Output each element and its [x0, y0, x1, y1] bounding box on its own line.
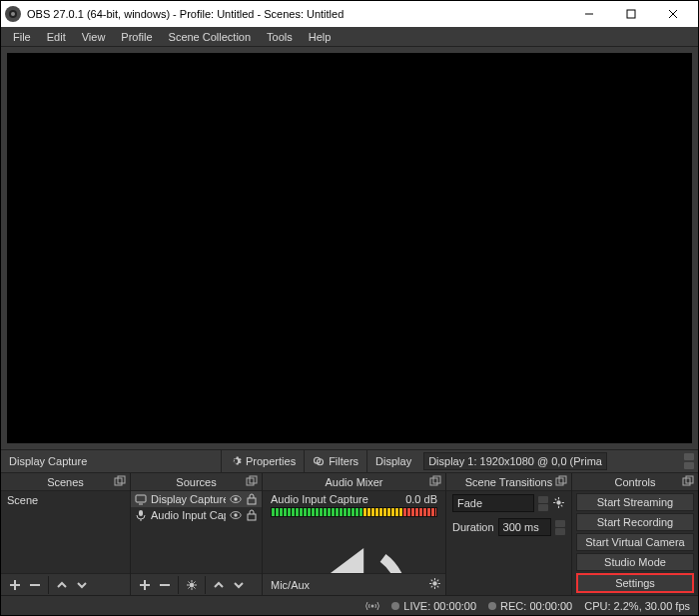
menu-edit[interactable]: Edit	[39, 29, 74, 45]
scenes-header: Scenes	[1, 473, 130, 491]
undock-icon[interactable]	[682, 475, 694, 487]
rec-status: REC: 00:00:00	[500, 600, 572, 612]
add-scene-button[interactable]	[5, 576, 25, 594]
undock-icon[interactable]	[429, 475, 441, 487]
scenes-footer	[1, 573, 130, 595]
svg-rect-3	[627, 10, 635, 18]
menu-tools[interactable]: Tools	[259, 29, 301, 45]
live-status: LIVE: 00:00:00	[403, 600, 476, 612]
mixer-track: Audio Input Capture0.0 dB	[263, 491, 445, 573]
audio-mixer-panel: Audio Mixer Audio Input Capture0.0 dB De…	[263, 473, 446, 595]
mixer-footer: Mic/Aux	[263, 573, 445, 595]
svg-rect-16	[139, 510, 143, 516]
undock-icon[interactable]	[114, 475, 126, 487]
controls-header: Controls	[572, 473, 698, 491]
speaker-icon[interactable]	[277, 519, 431, 573]
transition-select[interactable]: Fade	[452, 494, 534, 512]
menu-profile[interactable]: Profile	[113, 29, 160, 45]
svg-rect-15	[248, 498, 256, 504]
broadcast-icon	[365, 600, 379, 612]
source-toolbar: Display Capture Properties Filters Displ…	[1, 449, 698, 473]
source-up-button[interactable]	[209, 576, 229, 594]
source-item[interactable]: Display Capture	[131, 491, 262, 507]
svg-point-18	[234, 513, 237, 516]
visibility-icon[interactable]	[230, 493, 242, 505]
source-down-button[interactable]	[229, 576, 249, 594]
svg-rect-12	[136, 495, 146, 502]
mixer-header: Audio Mixer	[263, 473, 445, 491]
display-label: Display	[366, 449, 419, 473]
duration-label: Duration	[452, 521, 494, 533]
filters-icon	[313, 455, 325, 467]
transition-spinner[interactable]	[538, 496, 548, 511]
transitions-header: Scene Transitions	[446, 473, 571, 491]
scene-up-button[interactable]	[52, 576, 72, 594]
mic-icon	[135, 509, 147, 521]
svg-point-1	[11, 12, 15, 16]
dock-panels: Scenes Scene Sources Display Capture Aud…	[1, 473, 698, 595]
display-dropdown[interactable]: Display 1: 1920x1080 @ 0,0 (Prima	[423, 452, 607, 470]
status-bar: LIVE: 00:00:00 REC: 00:00:00 CPU: 2.2%, …	[1, 595, 698, 615]
cpu-status: CPU: 2.2%, 30.00 fps	[584, 600, 690, 612]
menubar: File Edit View Profile Scene Collection …	[1, 27, 698, 47]
track-level: 0.0 dB	[405, 493, 437, 505]
maximize-button[interactable]	[610, 1, 652, 27]
vu-meter	[271, 507, 437, 517]
mixer-footer-label: Mic/Aux	[267, 579, 310, 591]
add-source-button[interactable]	[135, 576, 155, 594]
preview-canvas[interactable]	[7, 53, 692, 443]
svg-point-14	[234, 497, 237, 500]
settings-button[interactable]: Settings	[576, 573, 694, 593]
display-spinner[interactable]	[684, 452, 694, 470]
titlebar: OBS 27.0.1 (64-bit, windows) - Profile: …	[1, 1, 698, 27]
menu-view[interactable]: View	[74, 29, 114, 45]
duration-spinner[interactable]	[555, 520, 565, 535]
mixer-settings-button[interactable]	[428, 577, 441, 592]
close-button[interactable]	[652, 1, 694, 27]
monitor-icon	[135, 493, 147, 505]
track-name: Audio Input Capture	[271, 493, 368, 505]
duration-input[interactable]: 300 ms	[498, 518, 551, 536]
start-streaming-button[interactable]: Start Streaming	[576, 493, 694, 511]
studio-mode-button[interactable]: Studio Mode	[576, 553, 694, 571]
scene-item[interactable]: Scene	[1, 491, 130, 509]
menu-scene-collection[interactable]: Scene Collection	[161, 29, 260, 45]
rec-indicator-icon	[488, 602, 496, 610]
live-indicator-icon	[391, 602, 399, 610]
source-item[interactable]: Audio Input Captu...	[131, 507, 262, 523]
transition-properties-button[interactable]	[552, 496, 565, 511]
visibility-icon[interactable]	[230, 509, 242, 521]
scenes-panel: Scenes Scene	[1, 473, 131, 595]
remove-scene-button[interactable]	[25, 576, 45, 594]
gear-icon	[230, 455, 242, 467]
controls-panel: Controls Start StreamingStart RecordingS…	[572, 473, 698, 595]
svg-point-20	[190, 583, 194, 587]
menu-help[interactable]: Help	[301, 29, 340, 45]
filters-button[interactable]: Filters	[304, 449, 366, 473]
lock-icon[interactable]	[246, 493, 258, 505]
app-icon	[5, 6, 21, 22]
undock-icon[interactable]	[555, 475, 567, 487]
sources-footer	[131, 573, 262, 595]
minimize-button[interactable]	[568, 1, 610, 27]
remove-source-button[interactable]	[155, 576, 175, 594]
source-properties-button[interactable]	[182, 576, 202, 594]
svg-point-25	[432, 581, 436, 585]
undock-icon[interactable]	[246, 475, 258, 487]
svg-rect-19	[248, 514, 256, 520]
window-title: OBS 27.0.1 (64-bit, windows) - Profile: …	[27, 8, 568, 20]
menu-file[interactable]: File	[5, 29, 39, 45]
scene-down-button[interactable]	[72, 576, 92, 594]
sources-panel: Sources Display Capture Audio Input Capt…	[131, 473, 263, 595]
properties-button[interactable]: Properties	[221, 449, 304, 473]
lock-icon[interactable]	[246, 509, 258, 521]
sources-header: Sources	[131, 473, 262, 491]
start-virtual-camera-button[interactable]: Start Virtual Camera	[576, 533, 694, 551]
start-recording-button[interactable]: Start Recording	[576, 513, 694, 531]
svg-point-28	[556, 500, 560, 504]
preview-area	[1, 47, 698, 449]
svg-point-31	[371, 604, 374, 607]
selected-source-label: Display Capture	[1, 455, 221, 467]
transitions-panel: Scene Transitions Fade Duration 300 ms	[446, 473, 572, 595]
